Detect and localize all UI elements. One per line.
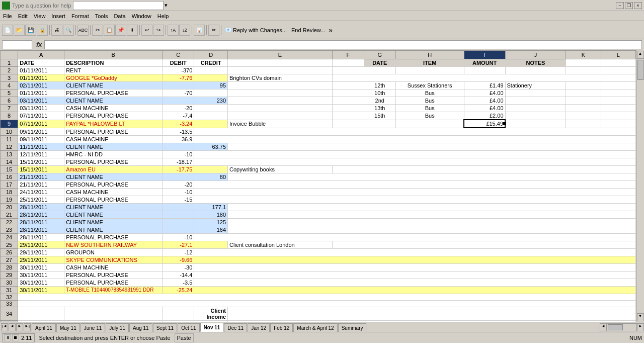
cell-f1[interactable] <box>332 59 364 67</box>
cell-a7[interactable]: 03/11/2011 <box>18 105 64 112</box>
row-header[interactable]: 8 <box>1 112 18 120</box>
cell-c17[interactable]: -20 <box>163 180 194 188</box>
col-header-j[interactable]: J <box>505 51 566 59</box>
cell-e8[interactable] <box>228 112 333 120</box>
cell-b8[interactable]: PERSONAL PURCHASE <box>64 112 163 120</box>
row-header[interactable]: 19 <box>1 196 18 203</box>
tab-nav-first[interactable]: |◄ <box>1 323 8 331</box>
print-button[interactable]: 🖨 <box>51 25 62 36</box>
cell-reference-input[interactable]: I9 <box>2 40 32 49</box>
scroll-up-button[interactable]: ▲ <box>637 51 644 59</box>
menu-data[interactable]: Data <box>111 12 128 20</box>
cell-a25[interactable]: 29/11/2011 <box>18 241 64 248</box>
cell-c10[interactable]: -13.5 <box>163 128 194 135</box>
cells-d31-l31[interactable] <box>194 286 636 294</box>
cell-e3[interactable]: Brighton CVs domain <box>228 74 333 82</box>
cell-k9[interactable] <box>566 120 601 128</box>
open-button[interactable]: 📂 <box>14 25 25 36</box>
cell-b27[interactable]: SKYPE COMMUNICATIONS <box>64 256 163 263</box>
toolbar-arrow[interactable]: » <box>328 26 334 34</box>
hscroll-left-button[interactable]: ◄ <box>600 323 607 331</box>
cell-b4[interactable]: CLIENT NAME <box>64 82 163 89</box>
scroll-track[interactable] <box>637 59 644 313</box>
col-header-h[interactable]: H <box>395 51 464 59</box>
cell-i5[interactable]: £4.00 <box>464 89 505 97</box>
row-header[interactable]: 1 <box>1 59 18 67</box>
cell-e4[interactable] <box>228 82 333 89</box>
cell-d22[interactable]: 125 <box>194 218 228 226</box>
cell-c11[interactable]: -36.9 <box>163 135 194 143</box>
cell-a18[interactable]: 24/11/2011 <box>18 188 64 196</box>
cell-a27[interactable]: 29/11/2011 <box>18 256 64 263</box>
menu-view[interactable]: View <box>31 12 49 20</box>
cell-c31[interactable]: -25.24 <box>163 286 194 294</box>
cell-c13[interactable]: -10 <box>163 150 194 158</box>
cell-k5[interactable] <box>566 89 601 97</box>
cell-h8[interactable]: Bus <box>395 112 464 120</box>
cell-f5[interactable] <box>332 89 364 97</box>
col-header-i[interactable]: I <box>464 51 505 59</box>
cells-e20-l20[interactable] <box>228 203 636 211</box>
sort-asc-button[interactable]: ↑A <box>168 25 179 36</box>
redo-button[interactable]: ↪ <box>153 25 164 36</box>
cells-d18-l18[interactable] <box>194 188 636 196</box>
cells-d30-l30[interactable] <box>194 279 636 286</box>
cell-l1[interactable] <box>601 59 635 67</box>
cell-b22[interactable]: CLIENT NAME <box>64 218 163 226</box>
cell-c16[interactable] <box>163 173 194 180</box>
cell-g7[interactable]: 13th <box>364 105 395 112</box>
cell-h9[interactable] <box>395 120 464 128</box>
cell-b1[interactable]: DESCRIPTION <box>64 59 163 67</box>
cell-e1[interactable] <box>228 59 333 67</box>
cell-c5[interactable]: -70 <box>163 89 194 97</box>
row-header[interactable]: 24 <box>1 233 18 241</box>
cell-f6[interactable] <box>332 97 364 105</box>
cell-h2[interactable] <box>395 67 464 74</box>
row-header[interactable]: 12 <box>1 143 18 150</box>
cell-d3[interactable] <box>194 74 228 82</box>
copy-button[interactable]: 📋 <box>104 25 115 36</box>
cell-l6[interactable] <box>601 97 635 105</box>
cell-c24[interactable]: -10 <box>163 233 194 241</box>
col-header-l[interactable]: L <box>601 51 635 59</box>
cell-l5[interactable] <box>601 89 635 97</box>
cell-i7[interactable]: £4.00 <box>464 105 505 112</box>
cell-c28[interactable]: -30 <box>163 263 194 271</box>
cell-l7[interactable] <box>601 105 635 112</box>
cell-k8[interactable] <box>566 112 601 120</box>
cell-b18[interactable]: CASH MACHINE <box>64 188 163 196</box>
cell-j1[interactable]: NOTES <box>505 59 566 67</box>
cell-d5[interactable] <box>194 89 228 97</box>
cell-b11[interactable]: CASH MACHINE <box>64 135 163 143</box>
cells-e21-l21[interactable] <box>228 211 636 218</box>
drawing-button[interactable]: ✏ <box>208 25 219 36</box>
menu-edit[interactable]: Edit <box>15 12 31 20</box>
cell-j9[interactable] <box>505 120 566 128</box>
cell-i8[interactable]: £2.00 <box>464 112 505 120</box>
cell-a1[interactable]: DATE <box>18 59 64 67</box>
col-header-f[interactable]: F <box>332 51 364 59</box>
cells-e16-l16[interactable] <box>228 173 636 180</box>
menu-format[interactable]: Format <box>68 12 92 20</box>
cell-d1[interactable]: CREDIT <box>194 59 228 67</box>
new-button[interactable]: 📄 <box>2 25 13 36</box>
cell-b15[interactable]: Amazon EU <box>64 165 163 173</box>
cell-f9[interactable] <box>332 120 364 128</box>
row-header[interactable]: 33 <box>1 300 18 307</box>
close-button[interactable]: × <box>634 2 642 9</box>
cell-g1[interactable]: DATE <box>364 59 395 67</box>
tab-oct11[interactable]: Oct 11 <box>178 323 199 332</box>
cell-d16[interactable]: 80 <box>194 173 228 180</box>
cell-a19[interactable]: 25/11/2011 <box>18 196 64 203</box>
cell-a8[interactable]: 07/11/2011 <box>18 112 64 120</box>
cells-e23-l23[interactable] <box>228 226 636 233</box>
cell-a11[interactable]: 09/11/2011 <box>18 135 64 143</box>
tab-aug11[interactable]: Aug 11 <box>129 323 152 332</box>
chart-button[interactable]: 📊 <box>194 25 205 36</box>
cell-d2[interactable] <box>194 67 228 74</box>
cell-l4[interactable] <box>601 82 635 89</box>
save-button[interactable]: 💾 <box>25 25 36 36</box>
cell-j7[interactable] <box>505 105 566 112</box>
row-header[interactable]: 17 <box>1 180 18 188</box>
row-header[interactable]: 28 <box>1 263 18 271</box>
